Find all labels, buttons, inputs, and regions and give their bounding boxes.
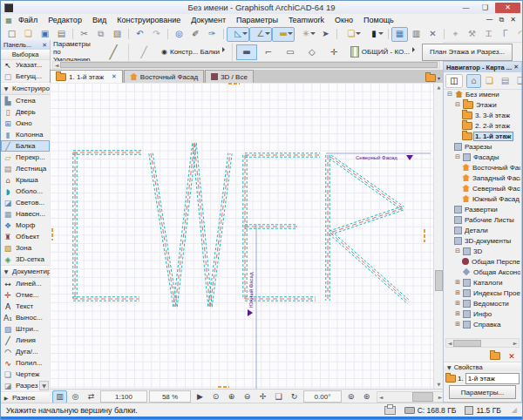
navigator-header[interactable]: Навигатор - Карта ... ✕	[444, 62, 521, 72]
south-elevation-label[interactable]: Южный Фасад	[248, 273, 254, 308]
menu-item[interactable]: Конструирование	[112, 16, 186, 24]
beam-type-icon[interactable]: ╱	[132, 44, 155, 61]
tool-item[interactable]: ▤Лестница	[1, 163, 50, 174]
tree-expander-icon[interactable]: ⊞	[454, 300, 461, 307]
tool-item[interactable]: ◗Оболо...	[1, 186, 50, 197]
quickbar-button-zoom-extra[interactable]: ⊛	[359, 390, 374, 403]
tool-item[interactable]: ❏Чертеж	[1, 369, 50, 380]
menu-item[interactable]: Teamwork	[283, 16, 329, 24]
tree-expander-icon[interactable]: ⊞	[454, 279, 461, 286]
minimize-button[interactable]: —	[457, 3, 475, 13]
scrollbar-thumb[interactable]	[412, 392, 433, 402]
toolbar-button-profile[interactable]: Ɪ	[480, 27, 497, 42]
toolbar-button-snap-guides[interactable]: ▬	[272, 27, 295, 42]
tool-item[interactable]: ♜Объект	[1, 231, 50, 242]
toolbar-button-redo[interactable]: ↷	[148, 27, 165, 42]
toolbar-button[interactable]	[441, 27, 447, 42]
toolbar-button-cursor-snap[interactable]: ➤	[317, 27, 334, 42]
mdi-window-button[interactable]: ✕	[510, 16, 516, 24]
tree-expander-icon[interactable]: ⊟	[454, 153, 461, 160]
toolbar-button-save[interactable]: ▣	[37, 27, 53, 42]
tree-item[interactable]: Восточный Фасад	[445, 162, 520, 173]
view-tab[interactable]: Восточный Фасад	[124, 70, 204, 83]
title-bar[interactable]: Без имени - Graphisoft ArchiCAD-64 19 — …	[1, 1, 522, 14]
tree-item[interactable]: Южный Фасад	[445, 193, 520, 204]
view-tab[interactable]: 3D / Все	[205, 70, 254, 83]
tree-expander-icon[interactable]: ⊟	[454, 101, 461, 108]
tree-item[interactable]: ⊞ Индексы Проекта	[445, 288, 520, 298]
layer-chip[interactable]: ◉ Констр... Балки	[159, 44, 228, 60]
geometry-method-button-beam-straight[interactable]: ▬	[236, 44, 257, 60]
toolbox-title[interactable]: Панель... ✕	[1, 40, 50, 50]
tree-item[interactable]: 2. 2-й этаж	[445, 120, 520, 131]
toolbar-button-guide-lines[interactable]: ◺	[227, 27, 249, 42]
tree-item[interactable]: ⊞ Каталоги	[445, 277, 520, 288]
toolbar-button-snap-points[interactable]: ✳	[295, 27, 317, 42]
navigator-close-icon[interactable]: ✕	[513, 64, 519, 71]
printer-icon[interactable]	[384, 406, 396, 415]
tool-item[interactable]: ▼Документирование	[1, 265, 50, 278]
tool-item[interactable]: ❖Морф	[1, 220, 50, 231]
tab-list-button[interactable]: ▾	[425, 73, 443, 83]
tool-item[interactable]: ✛Отме...	[1, 289, 50, 301]
scrollbar-thumb[interactable]	[453, 340, 481, 347]
maximize-button[interactable]: ❑	[476, 3, 494, 13]
geometry-method-button-beam-stepped[interactable]: ⌐	[258, 44, 279, 60]
tool-item[interactable]: ↖Указат...	[1, 59, 50, 71]
tool-item[interactable]: ▦Навесн...	[1, 208, 50, 220]
quickbar-button-zoom-selection[interactable]: ◎	[68, 390, 83, 403]
story-name-input[interactable]	[465, 373, 520, 384]
navigator-tool-button-project-map[interactable]: ⌂	[466, 74, 481, 88]
north-elevation-label[interactable]: Северный Фасад	[356, 155, 397, 160]
composite-structure-chip[interactable]: ОБЩИЙ - КО...	[348, 44, 418, 60]
tree-item[interactable]: ⊞ Инфо	[445, 308, 520, 319]
view-tab[interactable]: 1. 1-й этаж ✕	[50, 70, 123, 83]
quickbar-button-view-menu[interactable]: ▶	[193, 390, 207, 403]
tree-item[interactable]: ⊟ 3D	[445, 246, 520, 256]
toolbar-button[interactable]	[385, 27, 391, 42]
tool-item[interactable]: ╱Балка	[1, 140, 50, 152]
tool-item[interactable]: ▨Штри...	[1, 323, 50, 335]
scroll-left-icon[interactable]: ◄	[53, 62, 60, 68]
geometry-method-button-geometry-rotrect[interactable]: ◇	[302, 44, 323, 60]
navigator-tool-button-project-chooser[interactable]: ◫	[445, 74, 463, 88]
scroll-left-icon[interactable]: ◄	[446, 340, 453, 346]
tree-item[interactable]: ⊞ Ведомости	[445, 298, 520, 308]
tree-item[interactable]: Общая Перспектива	[445, 256, 520, 267]
tree-expander-icon[interactable]: ⊞	[454, 289, 461, 296]
toolbar-button-virtual-trace[interactable]: ▥	[408, 27, 425, 42]
infobox-scrollbar[interactable]: ◄	[52, 61, 440, 69]
toolbar-button-layers[interactable]: ❏	[340, 27, 363, 42]
delete-button[interactable]: ✕	[505, 350, 519, 362]
toolbox-close-icon[interactable]: ✕	[42, 42, 47, 49]
drawing-canvas[interactable]: Северный Фасад Южный Фасад	[50, 83, 433, 389]
tree-item[interactable]: 3D-документы	[445, 235, 520, 246]
canvas-horizontal-scrollbar[interactable]: ◄ ►	[377, 391, 445, 403]
menu-item[interactable]: Вид	[87, 16, 112, 24]
toolbar-button-anchor[interactable]: ⌖	[447, 27, 464, 42]
quickbar-button-zoom-in[interactable]: ⊕	[224, 390, 239, 403]
toolbar-button[interactable]	[334, 27, 340, 42]
toolbar-button-open[interactable]: ❏	[20, 27, 37, 42]
scroll-right-icon[interactable]: ►	[512, 340, 519, 346]
tool-item[interactable]: ▧Зона	[1, 242, 50, 254]
toolbar-button-find-select[interactable]: ◎	[171, 27, 187, 42]
menu-item[interactable]: Окно	[329, 16, 358, 24]
toolbar-button-undo[interactable]: ↶	[132, 27, 148, 42]
tool-item[interactable]: ◪Светов...	[1, 197, 50, 208]
geometry-method-button-geometry-rect[interactable]: ▭	[280, 44, 301, 60]
navigator-tool-button-publisher[interactable]: ❑	[513, 74, 523, 88]
tab-close-icon[interactable]: ✕	[112, 73, 117, 80]
north-elevation-marker-icon[interactable]	[406, 155, 413, 160]
toolbar-button[interactable]	[126, 27, 132, 42]
toolbar-button[interactable]	[221, 27, 227, 42]
palette-scroll-down-icon[interactable]: ▼	[39, 381, 49, 390]
toolbar-button-close-reference[interactable]: ✕	[425, 27, 441, 42]
scrollbar-thumb[interactable]	[60, 62, 438, 68]
scale-field[interactable]: 1:100	[100, 390, 147, 403]
new-folder-button[interactable]	[488, 350, 502, 362]
toolbar-button-pick-parameters[interactable]: ✐	[187, 27, 204, 42]
quickbar-button-zoom-out[interactable]: ⊖	[240, 390, 255, 403]
tree-item[interactable]: 3. 3-й этаж	[445, 110, 520, 120]
tool-item[interactable]: ╱Линия	[1, 335, 50, 346]
